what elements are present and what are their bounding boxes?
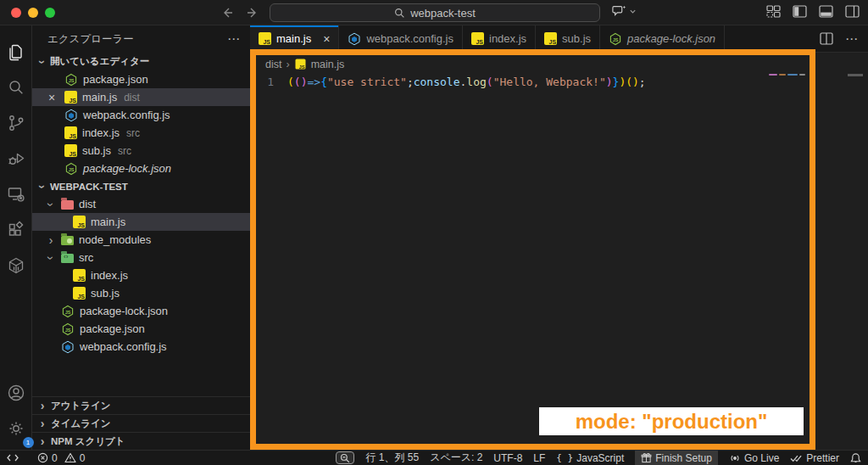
toggle-panel-icon[interactable] bbox=[819, 5, 833, 18]
tree-file-package-json[interactable]: JS package.json bbox=[32, 320, 250, 338]
remote-indicator[interactable] bbox=[7, 452, 19, 463]
toggle-primary-sidebar-icon[interactable] bbox=[793, 5, 807, 18]
code-token: ) bbox=[619, 76, 626, 88]
go-live-button[interactable]: Go Live bbox=[729, 452, 779, 464]
breadcrumb-separator-icon bbox=[286, 59, 289, 70]
file-label: package.json bbox=[80, 322, 145, 335]
open-editor-item[interactable]: index.js src bbox=[32, 124, 250, 142]
timeline-section-header[interactable]: タイムライン bbox=[32, 414, 250, 432]
tree-folder-src[interactable]: src bbox=[32, 249, 250, 266]
customize-layout-icon[interactable] bbox=[766, 5, 781, 18]
close-tab-icon[interactable] bbox=[323, 32, 330, 46]
javascript-icon bbox=[73, 216, 86, 228]
javascript-icon bbox=[73, 269, 86, 282]
breadcrumb-folder[interactable]: dist bbox=[265, 59, 281, 70]
tab-index-js[interactable]: index.js bbox=[463, 25, 536, 52]
code-token: ; bbox=[639, 76, 646, 88]
language-mode[interactable]: { } JavaScript bbox=[556, 452, 624, 464]
open-editor-item[interactable]: webpack.config.js bbox=[32, 106, 250, 124]
notifications-bell-icon[interactable] bbox=[850, 452, 861, 464]
folder-label: node_modules bbox=[79, 233, 151, 246]
extensions-icon[interactable] bbox=[0, 212, 32, 248]
code-token: ( bbox=[287, 76, 294, 88]
tree-folder-node-modules[interactable]: node_modules bbox=[32, 231, 250, 249]
file-label: package-lock.json bbox=[83, 162, 171, 175]
go-live-label: Go Live bbox=[744, 452, 779, 464]
indentation-setting[interactable]: スペース: 2 bbox=[430, 451, 482, 465]
title-bar: webpack-test bbox=[0, 0, 868, 25]
outline-section-header[interactable]: アウトライン bbox=[32, 396, 250, 414]
project-root-header[interactable]: WEBPACK-TEST bbox=[32, 177, 250, 195]
file-path-suffix: dist bbox=[124, 92, 140, 104]
tab-webpack-config[interactable]: webpack.config.js bbox=[339, 25, 463, 52]
accounts-icon[interactable] bbox=[0, 375, 32, 411]
eol-setting[interactable]: LF bbox=[533, 452, 545, 464]
tab-main-js[interactable]: main.js bbox=[250, 25, 339, 52]
tree-file-main-js[interactable]: main.js bbox=[32, 213, 250, 231]
close-window-button[interactable] bbox=[11, 8, 21, 18]
open-editor-item[interactable]: sub.js src bbox=[32, 142, 250, 160]
breadcrumb-file[interactable]: main.js bbox=[311, 59, 345, 70]
code-editor[interactable]: dist main.js 1 (()=>{"use strict";consol… bbox=[250, 53, 868, 450]
search-view-icon[interactable] bbox=[0, 70, 32, 105]
open-editors-label: 開いているエディター bbox=[50, 55, 149, 68]
explorer-icon[interactable] bbox=[0, 34, 32, 70]
problems-indicator[interactable]: 0 0 bbox=[37, 452, 85, 464]
command-center-search[interactable]: webpack-test bbox=[270, 3, 600, 22]
error-count: 0 bbox=[52, 452, 58, 464]
javascript-icon bbox=[259, 32, 271, 45]
tree-file-sub-js[interactable]: sub.js bbox=[32, 284, 250, 302]
settings-gear-icon[interactable]: 1 bbox=[0, 411, 32, 446]
tree-file-index-js[interactable]: index.js bbox=[32, 266, 250, 284]
file-label: main.js bbox=[82, 91, 117, 104]
file-label: sub.js bbox=[91, 287, 120, 300]
close-editor-icon[interactable] bbox=[44, 91, 59, 104]
containers-icon[interactable] bbox=[0, 248, 32, 283]
node-icon: JS bbox=[64, 162, 78, 176]
webpack-icon bbox=[64, 109, 78, 122]
chevron-down-icon bbox=[46, 251, 56, 265]
scrollbar-thumb[interactable] bbox=[848, 74, 863, 76]
tab-package-lock[interactable]: JS package-lock.json bbox=[600, 25, 725, 52]
open-editors-header[interactable]: 開いているエディター bbox=[32, 53, 250, 70]
error-icon bbox=[37, 452, 48, 463]
finish-setup-button[interactable]: Finish Setup bbox=[635, 451, 718, 465]
zoom-tool-icon[interactable] bbox=[336, 451, 354, 464]
cursor-position[interactable]: 行 1、列 55 bbox=[365, 451, 419, 465]
javascript-icon bbox=[471, 32, 484, 45]
toggle-secondary-sidebar-icon[interactable] bbox=[845, 5, 860, 18]
tab-sub-js[interactable]: sub.js bbox=[536, 25, 600, 52]
code-token: . bbox=[460, 76, 467, 88]
minimize-window-button[interactable] bbox=[28, 8, 38, 18]
double-check-icon bbox=[790, 453, 803, 463]
tab-label: index.js bbox=[489, 32, 526, 45]
encoding-setting[interactable]: UTF-8 bbox=[493, 452, 522, 464]
prettier-button[interactable]: Prettier bbox=[790, 452, 839, 464]
run-and-debug-icon[interactable] bbox=[0, 141, 32, 176]
navigate-back-icon[interactable] bbox=[220, 6, 234, 20]
warning-count: 0 bbox=[80, 452, 86, 464]
sidebar-title-row: エクスプローラー bbox=[32, 25, 250, 53]
sidebar-more-actions-icon[interactable] bbox=[227, 31, 240, 47]
file-label: package.json bbox=[83, 73, 148, 86]
src-folder-icon bbox=[61, 254, 74, 263]
tree-file-package-lock[interactable]: JS package-lock.json bbox=[32, 302, 250, 320]
javascript-icon bbox=[73, 287, 86, 300]
maximize-window-button[interactable] bbox=[45, 8, 55, 18]
open-editor-item-preview[interactable]: JS package-lock.json bbox=[32, 160, 250, 177]
code-token: "use strict" bbox=[327, 76, 407, 88]
copilot-chat-button[interactable] bbox=[612, 4, 637, 18]
code-token: () bbox=[626, 76, 639, 88]
open-editor-item[interactable]: JS package.json bbox=[32, 70, 250, 88]
code-line-1[interactable]: 1 (()=>{"use strict";console.log("Hello,… bbox=[250, 74, 868, 90]
broadcast-icon bbox=[729, 453, 741, 463]
tree-folder-dist[interactable]: dist bbox=[32, 195, 250, 213]
split-editor-icon[interactable] bbox=[820, 32, 833, 45]
open-editor-item-active[interactable]: main.js dist bbox=[32, 88, 250, 106]
npm-scripts-section-header[interactable]: NPM スクリプト bbox=[32, 432, 250, 450]
remote-explorer-icon[interactable] bbox=[0, 176, 32, 212]
source-control-icon[interactable] bbox=[0, 105, 32, 141]
editor-more-actions-icon[interactable] bbox=[845, 31, 858, 47]
tree-file-webpack-config[interactable]: webpack.config.js bbox=[32, 338, 250, 356]
navigate-forward-icon[interactable] bbox=[246, 6, 259, 20]
